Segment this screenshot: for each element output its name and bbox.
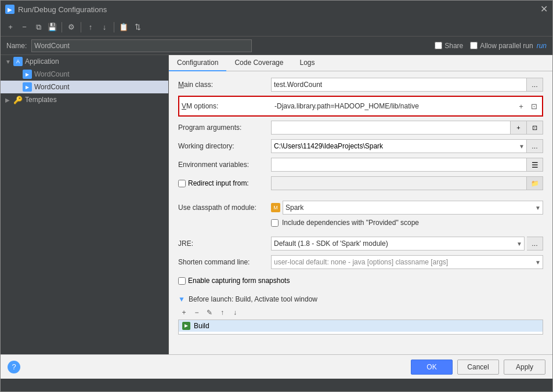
program-args-row: Program arguments: + ⊡ <box>178 120 543 135</box>
redirect-label-area: Redirect input from: <box>178 179 271 187</box>
share-label: Share <box>444 42 463 50</box>
cancel-button[interactable]: Cancel <box>457 360 499 375</box>
jre-label: JRE: <box>178 239 271 248</box>
templates-button[interactable]: 📋 <box>117 21 130 34</box>
program-args-input[interactable] <box>271 121 511 135</box>
left-panel: ▼ A Application ▶ WordCount ▶ WordCount … <box>1 55 169 354</box>
parallel-checkbox-label[interactable]: Allow parallel run run <box>470 42 547 50</box>
capture-label-area: Enable capturing form snapshots <box>178 277 290 285</box>
before-launch-toolbar: + − ✎ ↑ ↓ <box>178 306 543 320</box>
vm-options-input[interactable] <box>272 99 515 113</box>
apply-button[interactable]: Apply <box>504 360 545 375</box>
toolbar-sep1 <box>62 22 62 32</box>
name-row: Name: Share Allow parallel run run <box>1 37 552 55</box>
tree-item-wordcount1[interactable]: ▶ WordCount <box>1 68 168 81</box>
before-launch-item-build[interactable]: Build <box>179 320 543 332</box>
tab-logs[interactable]: Logs <box>291 55 323 71</box>
jre-browse-btn[interactable]: … <box>527 237 543 251</box>
tab-code-coverage[interactable]: Code Coverage <box>226 55 291 71</box>
before-launch-edit-btn[interactable]: ✎ <box>204 307 215 318</box>
before-launch-remove-btn[interactable]: − <box>191 307 203 318</box>
before-launch-header[interactable]: ▼ Before launch: Build, Activate tool wi… <box>178 293 543 306</box>
vm-actions: + ⊡ <box>515 100 540 112</box>
sort-button[interactable]: ⇅ <box>131 21 144 34</box>
wordcount1-icon: ▶ <box>23 70 32 79</box>
program-args-expand-btn[interactable]: + <box>511 121 527 135</box>
title-bar: ▶ Run/Debug Configurations ✕ <box>1 1 552 18</box>
name-checkboxes: Share Allow parallel run run <box>435 42 547 50</box>
parallel-label: Allow parallel run <box>480 42 533 50</box>
settings-button[interactable]: ⚙ <box>65 21 78 34</box>
redirect-checkbox[interactable] <box>178 180 186 187</box>
vm-options-inner: VM options: + ⊡ <box>182 99 540 113</box>
remove-config-button[interactable]: − <box>18 21 31 34</box>
capture-snapshots-row: Enable capturing form snapshots <box>178 273 543 288</box>
module-icon: M <box>271 203 280 212</box>
toolbar-sep2 <box>81 22 81 32</box>
help-button[interactable]: ? <box>8 361 20 373</box>
module-select[interactable]: Spark <box>283 201 543 215</box>
dialog-title: Run/Debug Configurations <box>18 5 107 14</box>
jre-row: JRE: Default (1.8 - SDK of 'Spark' modul… <box>178 236 543 251</box>
name-label: Name: <box>6 42 27 50</box>
vm-collapse-btn[interactable]: ⊡ <box>528 100 540 112</box>
build-label: Build <box>194 322 209 330</box>
redirect-input-row: Redirect input from: 📁 <box>178 176 543 191</box>
templates-icon: 🔑 <box>13 95 23 104</box>
tab-configuration[interactable]: Configuration <box>169 55 226 71</box>
wordcount2-icon: ▶ <box>23 82 32 92</box>
tree-item-templates[interactable]: ▶ 🔑 Templates <box>1 93 168 106</box>
run-link[interactable]: run <box>537 42 547 50</box>
ok-button[interactable]: OK <box>411 360 453 375</box>
program-args-input-wrapper: + ⊡ <box>271 121 543 135</box>
capture-snapshots-checkbox[interactable] <box>178 277 186 285</box>
copy-config-button[interactable]: ⧉ <box>32 21 45 34</box>
application-icon: A <box>13 57 23 66</box>
tree-item-application[interactable]: ▼ A Application <box>1 55 168 68</box>
module-select-wrapper: M Spark ▼ <box>271 201 543 215</box>
before-launch-up-btn[interactable]: ↑ <box>216 307 228 318</box>
share-checkbox[interactable] <box>435 42 442 49</box>
program-args-btn2[interactable]: ⊡ <box>527 121 543 135</box>
name-input[interactable] <box>31 39 252 52</box>
before-launch-add-btn[interactable]: + <box>178 307 190 318</box>
vm-expand-btn[interactable]: + <box>515 100 527 112</box>
tree-item-wordcount2[interactable]: ▶ WordCount <box>1 81 168 93</box>
working-dir-browse-btn[interactable]: … <box>527 139 543 153</box>
move-down-button[interactable]: ↓ <box>98 21 111 34</box>
templates-label: Templates <box>25 96 57 104</box>
config-content: MMain class:ain class: … VM options: <box>169 71 552 354</box>
main-class-input-wrapper: … <box>271 78 543 92</box>
before-launch-down-btn[interactable]: ↓ <box>229 307 241 318</box>
dialog-buttons: OK Cancel Apply <box>411 360 545 375</box>
wordcount1-label: WordCount <box>34 70 69 78</box>
section-divider2 <box>178 230 543 236</box>
include-deps-label: Include dependencies with "Provided" sco… <box>282 219 419 227</box>
before-launch-arrow: ▼ <box>178 295 185 303</box>
include-deps-checkbox[interactable] <box>271 219 279 227</box>
main-class-browse-btn[interactable]: … <box>527 78 543 92</box>
main-class-input[interactable] <box>271 78 527 92</box>
save-config-button[interactable]: 💾 <box>46 21 59 34</box>
add-config-button[interactable]: + <box>4 21 17 34</box>
env-vars-browse-btn[interactable]: ☰ <box>527 158 543 172</box>
close-button[interactable]: ✕ <box>540 5 548 14</box>
env-vars-input[interactable] <box>271 158 527 172</box>
shorten-cl-select[interactable]: user-local default: none - java [options… <box>271 255 543 269</box>
classpath-row: Use classpath of module: M Spark ▼ <box>178 200 543 215</box>
vm-options-row: VM options: + ⊡ <box>178 96 543 117</box>
redirect-input[interactable] <box>271 176 527 190</box>
capture-snapshots-label: Enable capturing form snapshots <box>188 277 290 285</box>
move-up-button[interactable]: ↑ <box>84 21 97 34</box>
env-vars-row: Environment variables: ☰ <box>178 157 543 172</box>
program-args-label: Program arguments: <box>178 124 271 132</box>
working-dir-input[interactable] <box>271 139 527 153</box>
parallel-checkbox[interactable] <box>470 42 478 49</box>
run-debug-dialog: ▶ Run/Debug Configurations ✕ + − ⧉ 💾 ⚙ ↑… <box>0 0 553 392</box>
bottom-bar: ? OK Cancel Apply <box>1 354 552 379</box>
redirect-browse-btn[interactable]: 📁 <box>527 176 543 190</box>
working-dir-row: Working directory: ▼ … <box>178 139 543 154</box>
main-class-underline: M <box>178 81 184 89</box>
jre-select[interactable]: Default (1.8 - SDK of 'Spark' module) <box>271 237 525 251</box>
share-checkbox-label[interactable]: Share <box>435 42 463 50</box>
